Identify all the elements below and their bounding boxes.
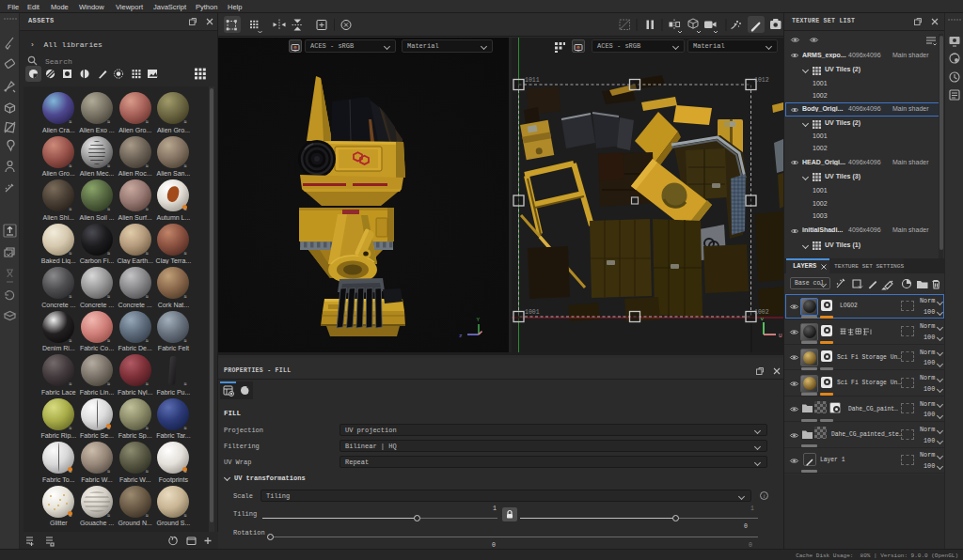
svg-text:1002: 1002	[754, 309, 769, 316]
svg-text:1011: 1011	[525, 77, 540, 84]
svg-text:1012: 1012	[754, 77, 769, 84]
svg-text:Y: Y	[477, 317, 481, 323]
svg-text:U: U	[779, 333, 782, 339]
svg-text:1001: 1001	[525, 309, 540, 316]
svg-text:z: z	[459, 333, 463, 339]
svg-text:v: v	[761, 316, 765, 322]
